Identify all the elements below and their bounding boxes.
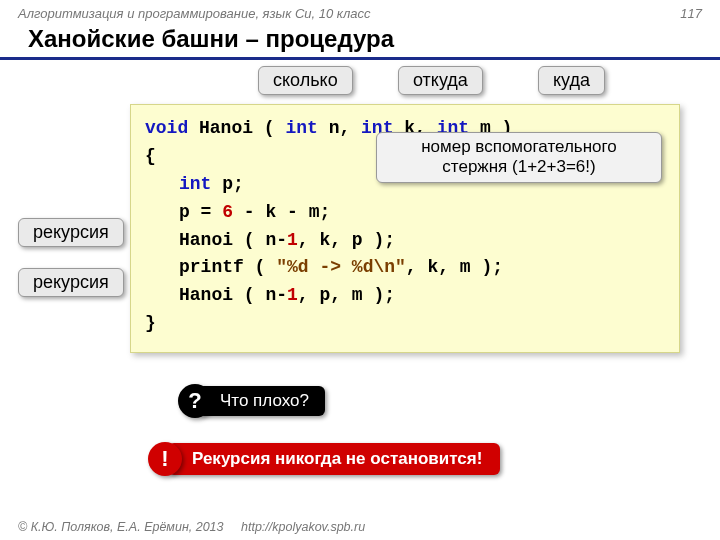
label-recursion-2: рекурсия — [18, 268, 124, 297]
label-kuda: куда — [538, 66, 605, 95]
label-skolko: сколько — [258, 66, 353, 95]
footer: © К.Ю. Поляков, Е.А. Ерёмин, 2013 http:/… — [18, 520, 365, 534]
course-name: Алгоритмизация и программирование, язык … — [18, 6, 371, 21]
question-row: ? Что плохо? — [178, 384, 325, 418]
page-title: Ханойские башни – процедура — [0, 23, 720, 60]
warning-badge: ! — [148, 442, 182, 476]
label-aux: номер вспомогательного стержня (1+2+3=6!… — [376, 132, 662, 183]
footer-copyright: © К.Ю. Поляков, Е.А. Ерёмин, 2013 — [18, 520, 224, 534]
header-strip: Алгоритмизация и программирование, язык … — [0, 0, 720, 23]
code-line-4: p = 6 - k - m; — [145, 199, 665, 227]
footer-url: http://kpolyakov.spb.ru — [241, 520, 365, 534]
code-line-6: printf ( "%d -> %d\n", k, m ); — [145, 254, 665, 282]
warning-text: Рекурсия никогда не остановится! — [168, 443, 500, 475]
page-number: 117 — [680, 6, 702, 21]
label-recursion-1: рекурсия — [18, 218, 124, 247]
label-otkuda: откуда — [398, 66, 483, 95]
code-line-8: } — [145, 310, 665, 338]
code-line-5: Hanoi ( n-1, k, p ); — [145, 227, 665, 255]
question-badge: ? — [178, 384, 212, 418]
warning-row: ! Рекурсия никогда не остановится! — [148, 442, 500, 476]
question-text: Что плохо? — [198, 386, 325, 416]
code-line-7: Hanoi ( n-1, p, m ); — [145, 282, 665, 310]
